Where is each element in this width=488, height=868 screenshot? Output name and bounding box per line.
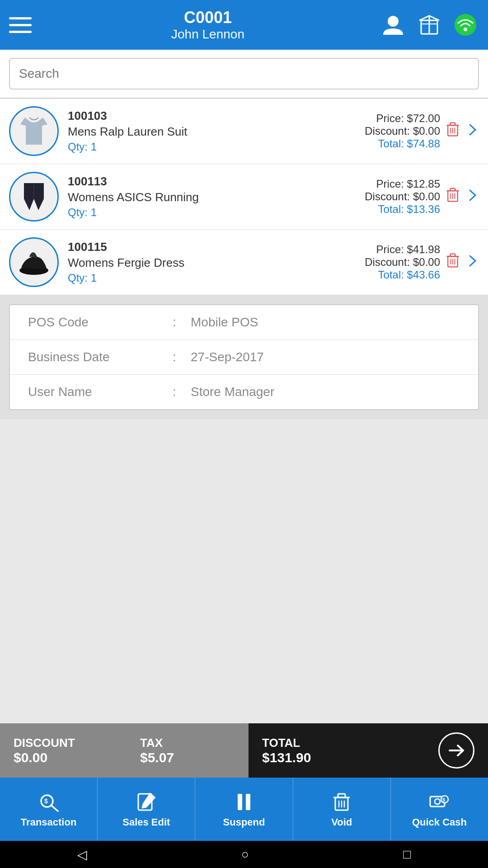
wifi-icon-button[interactable]: [452, 11, 479, 38]
product-id-3: 100115: [68, 240, 356, 254]
nav-quick-cash-label: Quick Cash: [412, 816, 467, 828]
product-price-1: Price: $72.00: [365, 112, 440, 125]
arrow-right-icon: [445, 739, 468, 762]
product-info-1: 100103 Mens Ralp Lauren Suit Qty: 1: [59, 109, 365, 153]
product-info-2: 100113 Womens ASICS Running Qty: 1: [59, 175, 365, 219]
trash-icon-2: [445, 187, 461, 203]
product-list: 100103 Mens Ralp Lauren Suit Qty: 1 Pric…: [0, 99, 488, 295]
wifi-icon: [454, 13, 477, 37]
product-actions-1: [445, 121, 479, 142]
android-nav-bar: ◁ ○ □: [0, 841, 488, 868]
user-label: User Name: [28, 385, 173, 399]
user-name: John Lennon: [171, 27, 244, 42]
product-actions-2: [445, 187, 479, 207]
product-info-3: 100115 Womens Fergie Dress Qty: 1: [59, 240, 365, 284]
trash-icon-3: [445, 252, 461, 269]
svg-rect-31: [246, 794, 250, 810]
search-bar: [0, 50, 488, 99]
total-info: TOTAL $131.90: [262, 736, 311, 765]
nav-transaction-label: Transaction: [21, 816, 76, 828]
product-total-1: Total: $74.88: [365, 137, 440, 150]
pos-value: Mobile POS: [191, 315, 258, 330]
svg-point-0: [388, 16, 399, 27]
svg-rect-22: [450, 254, 455, 256]
nav-sales-edit[interactable]: Sales Edit: [98, 778, 195, 841]
date-label: Business Date: [28, 350, 173, 364]
tax-segment: TAX $5.07: [127, 723, 249, 778]
nav-void[interactable]: Void: [293, 778, 391, 841]
package-icon-button[interactable]: [416, 11, 443, 38]
total-label: TOTAL: [262, 736, 311, 750]
svg-point-39: [435, 799, 440, 804]
home-button[interactable]: ○: [241, 847, 249, 862]
nav-suspend[interactable]: Suspend: [195, 778, 293, 841]
void-icon: [330, 790, 353, 814]
totals-bar: DISCOUNT $0.00 TAX $5.07 TOTAL $131.90: [0, 723, 488, 778]
product-item-2: 100113 Womens ASICS Running Qty: 1 Price…: [0, 164, 488, 230]
profile-icon: [381, 13, 405, 37]
product-discount-2: Discount: $0.00: [365, 190, 440, 203]
product-pricing-2: Price: $12.85 Discount: $0.00 Total: $13…: [365, 178, 440, 216]
product-item-1: 100103 Mens Ralp Lauren Suit Qty: 1 Pric…: [0, 99, 488, 164]
product-id-1: 100103: [68, 109, 356, 123]
header-icons: [380, 11, 479, 38]
user-colon: :: [173, 385, 191, 399]
back-button[interactable]: ◁: [77, 847, 87, 862]
discount-value: $0.00: [14, 750, 113, 765]
product-total-3: Total: $43.66: [365, 269, 440, 281]
delete-button-1[interactable]: [445, 121, 461, 142]
delete-button-2[interactable]: [445, 187, 461, 207]
nav-quick-cash[interactable]: $ Quick Cash: [391, 778, 488, 841]
product-qty-3: Qty: 1: [68, 272, 356, 284]
package-icon: [418, 13, 441, 37]
store-code: C0001: [171, 8, 244, 27]
edit-icon: [136, 791, 157, 813]
search-input[interactable]: [9, 58, 479, 90]
info-row-user: User Name : Store Manager: [10, 375, 478, 409]
pos-label: POS Code: [28, 315, 173, 330]
quick-cash-icon: $: [427, 790, 451, 814]
profile-icon-button[interactable]: [380, 11, 407, 38]
pause-icon: [233, 791, 255, 813]
recents-button[interactable]: □: [403, 847, 411, 862]
product-discount-3: Discount: $0.00: [365, 256, 440, 269]
total-segment: TOTAL $131.90: [249, 723, 488, 778]
product-qty-1: Qty: 1: [68, 141, 356, 153]
nav-transaction[interactable]: $ Transaction: [0, 778, 98, 841]
product-name-1: Mens Ralp Lauren Suit: [68, 125, 356, 139]
trash-icon-nav: [331, 791, 352, 813]
discount-segment: DISCOUNT $0.00: [0, 723, 127, 778]
nav-suspend-label: Suspend: [223, 816, 265, 828]
svg-line-27: [52, 806, 58, 811]
detail-button-1[interactable]: [465, 122, 479, 141]
tax-value: $5.07: [140, 750, 235, 765]
svg-rect-34: [338, 794, 345, 797]
detail-button-3[interactable]: [465, 253, 479, 272]
svg-rect-30: [238, 794, 242, 810]
delete-button-3[interactable]: [445, 252, 461, 273]
product-pricing-1: Price: $72.00 Discount: $0.00 Total: $74…: [365, 112, 440, 150]
nav-void-label: Void: [331, 816, 352, 828]
tax-label: TAX: [140, 736, 235, 750]
checkout-button[interactable]: [438, 732, 474, 769]
product-total-2: Total: $13.36: [365, 203, 440, 216]
svg-rect-15: [450, 188, 455, 190]
nav-sales-edit-label: Sales Edit: [122, 816, 170, 828]
search-dollar-icon: $: [38, 791, 60, 813]
suspend-icon: [232, 790, 256, 814]
sales-edit-icon: [135, 790, 158, 814]
chevron-right-icon-1: [465, 123, 479, 137]
svg-rect-8: [450, 123, 455, 125]
detail-button-2[interactable]: [465, 187, 479, 206]
header: C0001 John Lennon: [0, 0, 488, 50]
product-price-2: Price: $12.85: [365, 178, 440, 190]
header-title: C0001 John Lennon: [171, 8, 244, 42]
trash-icon-1: [445, 121, 461, 137]
product-name-2: Womens ASICS Running: [68, 190, 356, 204]
menu-button[interactable]: [9, 11, 36, 38]
chevron-right-icon-2: [465, 189, 479, 202]
svg-text:$: $: [44, 797, 48, 805]
info-row-date: Business Date : 27-Sep-2017: [10, 340, 478, 375]
chevron-right-icon-3: [465, 254, 479, 268]
discount-label: DISCOUNT: [14, 736, 113, 750]
